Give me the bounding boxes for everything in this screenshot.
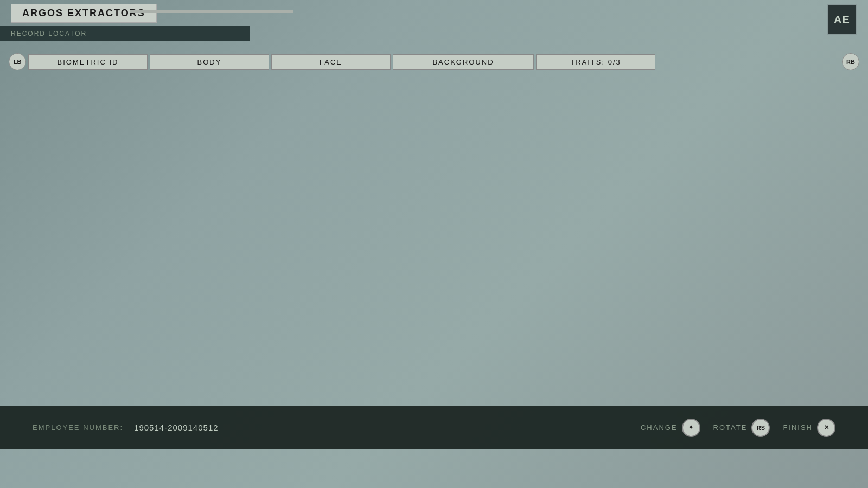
sidebar-item-gangster[interactable]: Gangster bbox=[760, 236, 868, 254]
skill-name-wellness: WELLNESS bbox=[584, 264, 740, 272]
tab-traits[interactable]: TRAITS: 0/3 bbox=[536, 54, 655, 70]
skill-desc-wellness: By embracing an active lifestyle and goo… bbox=[584, 277, 740, 305]
svg-point-10 bbox=[84, 156, 143, 222]
skill-card-commerce: COMMERCE In the Settled Systems' free ma… bbox=[409, 175, 578, 310]
tab-background[interactable]: BACKGROUND bbox=[393, 54, 534, 70]
sidebar-item-homesteader[interactable]: Homesteader bbox=[760, 254, 868, 271]
svg-rect-23 bbox=[483, 209, 488, 219]
title-progress bbox=[130, 10, 293, 13]
sidebar-item-bouncer[interactable]: Bouncer bbox=[760, 98, 868, 115]
lb-button[interactable]: LB bbox=[9, 53, 26, 70]
svg-rect-28 bbox=[659, 211, 665, 224]
details-area: Diplomat The wars are over. Peace now re… bbox=[228, 75, 758, 406]
sidebar-item-cyberneticist[interactable]: Cyberneticist bbox=[760, 184, 868, 202]
employee-number: 190514-2009140512 bbox=[134, 423, 218, 432]
skill-name-commerce: COMMERCE bbox=[415, 264, 571, 272]
svg-rect-0 bbox=[85, 303, 111, 406]
svg-point-5 bbox=[54, 234, 94, 263]
sidebar-item-beast-hunter[interactable]: Beast Hunter bbox=[760, 80, 868, 98]
starting-skills-header: STARTING SKILLS bbox=[239, 158, 747, 174]
change-label: CHANGE bbox=[641, 423, 678, 432]
sidebar-item-chef[interactable]: Chef bbox=[760, 132, 868, 150]
background-sidebar: Beast HunterBouncerBounty HunterChefComb… bbox=[760, 75, 868, 406]
svg-marker-27 bbox=[637, 189, 686, 243]
character-area bbox=[0, 75, 228, 406]
skills-grid: PERSUASION In the Settled Systems, the n… bbox=[239, 174, 747, 311]
app-title: ARGOS EXTRACTORS bbox=[22, 8, 145, 19]
skill-card-wellness: WELLNESS By embracing an active lifestyl… bbox=[577, 175, 746, 310]
svg-point-17 bbox=[326, 202, 339, 217]
sidebar-item-diplomat[interactable]: Diplomat bbox=[760, 202, 868, 219]
svg-point-4 bbox=[71, 223, 157, 314]
skill-icon-area-persuasion bbox=[239, 175, 408, 259]
persuasion-icon bbox=[293, 187, 353, 246]
rotate-label: ROTATE bbox=[713, 423, 748, 432]
change-action[interactable]: CHANGE ✦ bbox=[641, 419, 700, 437]
title-row: ARGOS EXTRACTORS AE bbox=[0, 0, 868, 26]
svg-point-6 bbox=[134, 234, 174, 263]
svg-rect-24 bbox=[489, 208, 494, 218]
employee-label: EMPLOYEE NUMBER: bbox=[33, 423, 123, 432]
svg-rect-22 bbox=[483, 202, 502, 213]
svg-rect-9 bbox=[105, 203, 123, 226]
svg-rect-13 bbox=[88, 300, 140, 309]
tab-face[interactable]: FACE bbox=[271, 54, 391, 70]
svg-point-19 bbox=[328, 215, 330, 217]
character-figure bbox=[0, 75, 228, 406]
svg-point-7 bbox=[38, 318, 55, 339]
background-description: The wars are over. Peace now reigns the … bbox=[239, 120, 586, 145]
svg-marker-15 bbox=[299, 189, 348, 243]
sidebar-item-industrialist[interactable]: Industrialist bbox=[760, 271, 868, 288]
skill-info-wellness: WELLNESS By embracing an active lifestyl… bbox=[577, 259, 746, 310]
svg-rect-29 bbox=[655, 215, 668, 220]
sidebar-item-cyber-runner[interactable]: Cyber Runner bbox=[760, 167, 868, 184]
commerce-icon bbox=[463, 187, 522, 246]
skill-icon-area-commerce bbox=[409, 175, 577, 259]
bottom-bar: EMPLOYEE NUMBER: 190514-2009140512 CHANG… bbox=[0, 406, 868, 449]
sidebar-item-long-hauler[interactable]: Long Hauler bbox=[760, 288, 868, 306]
sidebar-item-combat-medic[interactable]: Combat Medic bbox=[760, 150, 868, 167]
finish-label: FINISH bbox=[783, 423, 813, 432]
skill-icon-area-wellness bbox=[577, 175, 746, 259]
top-bar: ARGOS EXTRACTORS AE RECORD LOCATOR bbox=[0, 0, 868, 49]
svg-rect-3 bbox=[114, 383, 145, 406]
tab-body[interactable]: BODY bbox=[150, 54, 269, 70]
app-title-box: ARGOS EXTRACTORS bbox=[11, 4, 157, 23]
tab-biometric[interactable]: BIOMETRIC ID bbox=[28, 54, 148, 70]
svg-rect-26 bbox=[501, 210, 505, 218]
sidebar-item-pilgrim[interactable]: Pilgrim bbox=[760, 306, 868, 323]
bottom-actions: CHANGE ✦ ROTATE RS FINISH ✕ bbox=[641, 419, 835, 437]
svg-point-16 bbox=[308, 202, 321, 217]
skill-desc-persuasion: In the Settled Systems, the nuanced abil… bbox=[246, 277, 401, 305]
finish-action[interactable]: FINISH ✕ bbox=[783, 419, 835, 437]
svg-rect-14 bbox=[131, 297, 143, 311]
svg-rect-25 bbox=[495, 209, 500, 218]
skill-info-commerce: COMMERCE In the Settled Systems' free ma… bbox=[409, 259, 577, 310]
svg-point-8 bbox=[164, 303, 180, 321]
rotate-button[interactable]: RS bbox=[751, 419, 770, 437]
sidebar-divider bbox=[758, 75, 760, 406]
nav-tabs: LB BIOMETRIC ID BODY FACE BACKGROUND TRA… bbox=[0, 49, 868, 75]
sidebar-item-explorer[interactable]: Explorer bbox=[760, 219, 868, 236]
finish-button[interactable]: ✕ bbox=[817, 419, 835, 437]
record-locator: RECORD LOCATOR bbox=[0, 26, 250, 41]
sidebar-item-professor[interactable]: Professor bbox=[760, 323, 868, 341]
svg-rect-2 bbox=[82, 383, 114, 406]
svg-point-20 bbox=[322, 223, 325, 226]
rb-button[interactable]: RB bbox=[842, 53, 859, 70]
sidebar-item-ronin[interactable]: Ronin bbox=[760, 341, 868, 358]
content-wrapper: Diplomat The wars are over. Peace now re… bbox=[0, 75, 868, 406]
skill-name-persuasion: PERSUASION bbox=[246, 264, 401, 272]
svg-point-12 bbox=[120, 183, 129, 189]
skill-desc-commerce: In the Settled Systems' free market econ… bbox=[415, 277, 571, 305]
skill-card-persuasion: PERSUASION In the Settled Systems, the n… bbox=[239, 175, 409, 310]
svg-marker-21 bbox=[468, 189, 517, 243]
change-button[interactable]: ✦ bbox=[682, 419, 700, 437]
svg-point-11 bbox=[100, 183, 108, 189]
ae-logo: AE bbox=[827, 4, 857, 35]
rotate-action[interactable]: ROTATE RS bbox=[713, 419, 770, 437]
skill-info-persuasion: PERSUASION In the Settled Systems, the n… bbox=[239, 259, 408, 310]
svg-rect-1 bbox=[117, 303, 142, 406]
svg-point-18 bbox=[317, 215, 319, 217]
sidebar-item-bounty-hunter[interactable]: Bounty Hunter bbox=[760, 115, 868, 132]
